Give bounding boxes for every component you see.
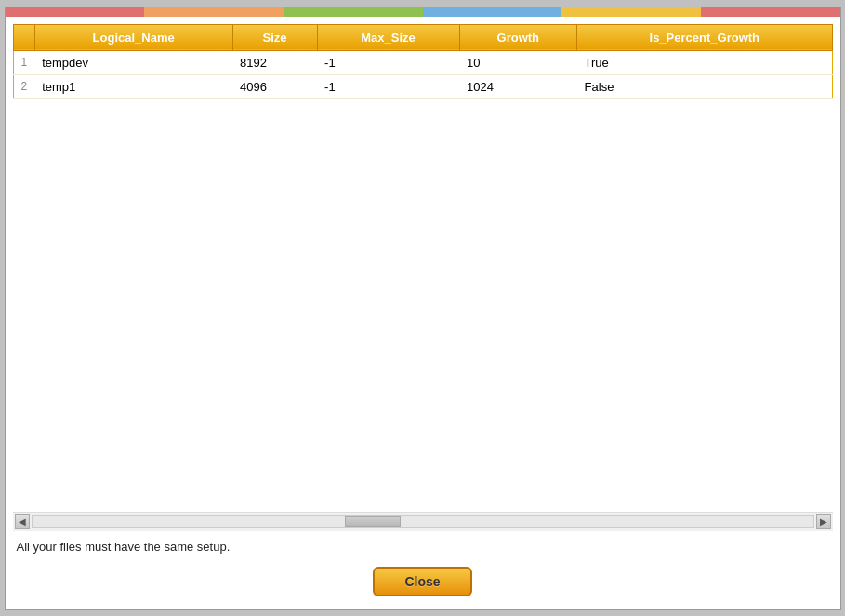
horizontal-scrollbar[interactable]: ◀ ▶ [13,512,833,531]
col-growth: Growth [459,24,577,50]
row-number: 2 [13,74,34,98]
cell-max-size: -1 [317,74,459,98]
col-size: Size [232,24,317,50]
col-is-percent-growth: Is_Percent_Growth [577,24,832,50]
footer-message: All your files must have the same setup. [6,534,840,559]
table-area: Logical_Name Size Max_Size Growth Is_Per… [6,17,840,508]
cell-size: 4096 [232,74,317,98]
scroll-left-arrow[interactable]: ◀ [15,514,30,529]
top-bar [6,7,840,17]
cell-max-size: -1 [317,50,459,74]
dialog: Logical_Name Size Max_Size Growth Is_Per… [5,7,841,610]
cell-growth: 1024 [459,74,577,98]
cell-is-percent-growth: False [577,74,832,98]
cell-logical-name: temp1 [34,74,232,98]
footer-buttons: Close [6,559,840,609]
col-logical-name: Logical_Name [34,24,232,50]
scroll-thumb[interactable] [345,516,401,527]
table-row: 1 tempdev 8192 -1 10 True [13,50,832,74]
table-header: Logical_Name Size Max_Size Growth Is_Per… [13,24,832,50]
cell-size: 8192 [232,50,317,74]
cell-is-percent-growth: True [577,50,832,74]
scroll-right-arrow[interactable]: ▶ [816,514,831,529]
row-number: 1 [13,50,34,74]
data-table: Logical_Name Size Max_Size Growth Is_Per… [13,24,833,99]
cell-growth: 10 [459,50,577,74]
col-max-size: Max_Size [317,24,459,50]
table-row: 2 temp1 4096 -1 1024 False [13,74,832,98]
cell-logical-name: tempdev [34,50,232,74]
scroll-track[interactable] [32,515,814,528]
table-body: 1 tempdev 8192 -1 10 True 2 temp1 4096 -… [13,50,832,98]
close-button[interactable]: Close [373,567,471,596]
